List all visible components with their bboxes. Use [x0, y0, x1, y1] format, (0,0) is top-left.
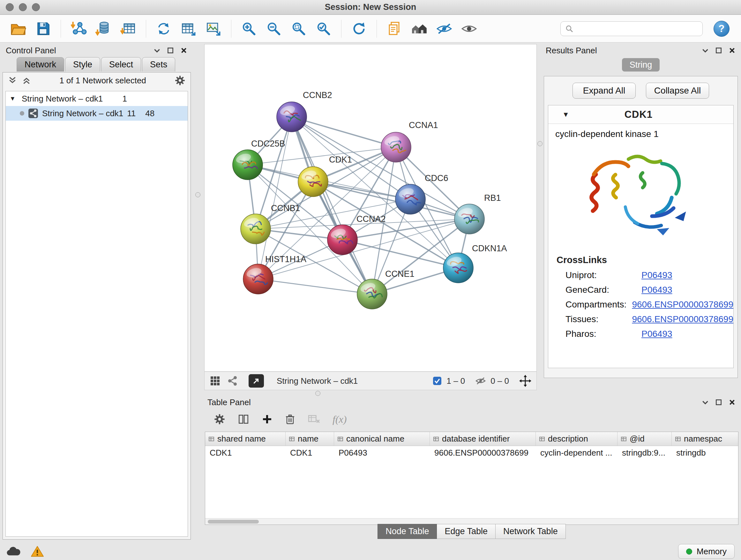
delete-column-icon[interactable]	[285, 414, 295, 425]
network-node-CDC6[interactable]: CDC6	[395, 173, 448, 214]
results-panel: Results Panel String Expand All Collapse…	[542, 44, 739, 378]
crosslink-link[interactable]: 9606.ENSP00000378699	[632, 314, 733, 324]
vertical-splitter-handle[interactable]	[537, 141, 542, 146]
cloud-icon[interactable]	[6, 546, 21, 557]
tab-string[interactable]: String	[622, 58, 660, 71]
tab-edge-table[interactable]: Edge Table	[437, 524, 495, 539]
float-panel-icon[interactable]	[715, 398, 723, 406]
open-in-window-button[interactable]	[249, 374, 264, 388]
refresh-button[interactable]	[348, 17, 370, 40]
export-image-button[interactable]	[202, 17, 225, 40]
memory-status-dot	[686, 549, 692, 555]
scrollbar-thumb[interactable]	[208, 520, 259, 523]
column-header-shared-name[interactable]: shared name	[205, 432, 286, 446]
column-header-description[interactable]: description	[536, 432, 617, 446]
panel-menu-chevron-icon[interactable]	[701, 47, 709, 54]
column-header-canonical-name[interactable]: canonical name	[334, 432, 430, 446]
horizontal-splitter-handle[interactable]	[315, 391, 320, 396]
table-cell: P06493	[334, 448, 430, 458]
close-panel-icon[interactable]	[180, 47, 188, 54]
warning-icon[interactable]	[30, 545, 44, 557]
tab-node-table[interactable]: Node Table	[378, 524, 437, 539]
help-button[interactable]: ?	[714, 21, 730, 37]
show-columns-icon[interactable]	[238, 413, 250, 425]
tab-style[interactable]: Style	[65, 57, 100, 71]
network-node-CDKN1A[interactable]: CDKN1A	[443, 244, 507, 283]
zoom-window-button[interactable]	[32, 3, 40, 11]
network-node-RB1[interactable]: RB1	[455, 193, 501, 234]
collapse-all-networks-icon[interactable]	[8, 76, 17, 85]
home-button[interactable]	[408, 17, 430, 40]
expand-all-button[interactable]: Expand All	[572, 83, 636, 99]
open-session-button[interactable]	[7, 17, 29, 40]
clone-network-button[interactable]	[152, 17, 175, 40]
collapse-all-button[interactable]: Collapse All	[646, 83, 709, 99]
zoom-fit-button[interactable]	[287, 17, 310, 40]
pan-crosshair-icon[interactable]	[519, 375, 531, 387]
crosslink-link[interactable]: P06493	[642, 329, 672, 339]
collapse-triangle-icon[interactable]: ▼	[10, 95, 18, 102]
vertical-splitter-handle[interactable]	[195, 192, 200, 197]
crosslink-link[interactable]: P06493	[642, 270, 672, 280]
export-table-button[interactable]	[178, 17, 200, 40]
zoom-selected-button[interactable]	[313, 17, 335, 40]
import-network-database-button[interactable]	[92, 17, 115, 40]
selected-checkbox-icon[interactable]	[432, 376, 442, 386]
network-canvas[interactable]: CCNB2CCNA1CDC25BCDK1CDC6RB1CCNB1CCNA2CDK…	[205, 44, 536, 371]
table-panel: Table Panel f(x) shared namenamecanonica…	[204, 396, 739, 541]
network-row[interactable]: String Network – cdk1 11 48	[6, 106, 188, 121]
network-tree: ▼ String Network – cdk1 1 String Network…	[5, 91, 188, 537]
collapse-card-icon[interactable]: ▼	[562, 111, 569, 119]
table-row[interactable]: CDK1CDK1P064939606.ENSP00000378699cyclin…	[205, 446, 738, 459]
horizontal-scrollbar[interactable]	[205, 518, 738, 524]
function-builder-icon[interactable]: f(x)	[333, 414, 347, 425]
memory-button[interactable]: Memory	[678, 544, 735, 559]
float-panel-icon[interactable]	[715, 47, 723, 54]
panel-menu-chevron-icon[interactable]	[153, 47, 161, 54]
crosslink-link[interactable]: 9606.ENSP00000378699	[632, 300, 733, 310]
tab-select[interactable]: Select	[101, 57, 141, 71]
panel-menu-chevron-icon[interactable]	[701, 398, 709, 406]
show-panels-button[interactable]	[458, 17, 480, 40]
control-panel-tabs: NetworkStyleSelectSets	[3, 57, 191, 71]
network-node-CDC25B[interactable]: CDC25B	[232, 139, 285, 180]
network-collection-row[interactable]: ▼ String Network – cdk1 1	[6, 91, 188, 106]
column-header-database-identifier[interactable]: database identifier	[430, 432, 536, 446]
crosslink-link[interactable]: P06493	[642, 285, 672, 295]
network-node-CCNB1[interactable]: CCNB1	[241, 203, 300, 244]
column-header-name[interactable]: name	[286, 432, 334, 446]
column-header-namespac[interactable]: namespac	[672, 432, 738, 446]
network-node-CCNE1[interactable]: CCNE1	[357, 269, 414, 309]
close-panel-icon[interactable]	[728, 47, 736, 54]
table-settings-gear-icon[interactable]	[214, 414, 225, 425]
grid-view-icon[interactable]	[210, 375, 220, 386]
expand-all-networks-icon[interactable]	[22, 76, 31, 85]
close-window-button[interactable]	[6, 3, 14, 11]
zoom-in-button[interactable]	[238, 17, 260, 40]
import-network-file-button[interactable]	[67, 17, 90, 40]
add-column-icon[interactable]	[262, 414, 273, 425]
hide-panels-button[interactable]	[433, 17, 455, 40]
search-input[interactable]	[577, 24, 698, 33]
hidden-eye-icon[interactable]	[475, 376, 486, 385]
tab-sets[interactable]: Sets	[142, 57, 175, 71]
tab-network[interactable]: Network	[17, 57, 64, 71]
import-table-button[interactable]	[117, 17, 139, 40]
network-view[interactable]: CCNB2CCNA1CDC25BCDK1CDC6RB1CCNB1CCNA2CDK…	[204, 44, 537, 372]
minimize-window-button[interactable]	[19, 3, 27, 11]
save-session-button[interactable]	[32, 17, 54, 40]
image-export-icon	[205, 20, 222, 37]
column-header--id[interactable]: @id	[617, 432, 672, 446]
table-cell: stringdb:9...	[617, 448, 672, 458]
close-panel-icon[interactable]	[728, 398, 736, 406]
network-options-gear-icon[interactable]	[175, 75, 185, 86]
node-label: CDC25B	[251, 139, 285, 148]
float-panel-icon[interactable]	[166, 47, 174, 54]
tab-network-table[interactable]: Network Table	[495, 524, 566, 539]
collection-count: 1	[123, 94, 127, 104]
clipboard-button[interactable]	[383, 17, 406, 40]
zoom-out-button[interactable]	[263, 17, 285, 40]
network-node-CCNA1[interactable]: CCNA1	[381, 120, 438, 162]
network-share-icon[interactable]	[227, 375, 238, 386]
node-label: CDC6	[425, 173, 448, 183]
